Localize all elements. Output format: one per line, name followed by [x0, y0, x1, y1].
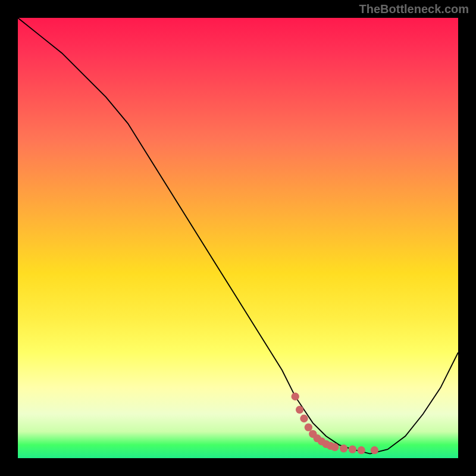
marker-dot: [292, 393, 299, 400]
marker-dot: [296, 406, 303, 414]
marker-dot: [349, 446, 356, 453]
chart-container: TheBottleneck.com: [0, 0, 476, 476]
marker-dot: [300, 415, 308, 422]
highlighted-points: [292, 393, 379, 455]
marker-dot: [305, 424, 312, 431]
plot-area: [18, 18, 458, 458]
marker-dot: [358, 446, 365, 454]
marker-dot: [331, 443, 339, 451]
marker-layer: [18, 18, 458, 458]
marker-dot: [340, 444, 347, 452]
marker-dot: [371, 446, 378, 454]
watermark-text: TheBottleneck.com: [359, 2, 469, 16]
